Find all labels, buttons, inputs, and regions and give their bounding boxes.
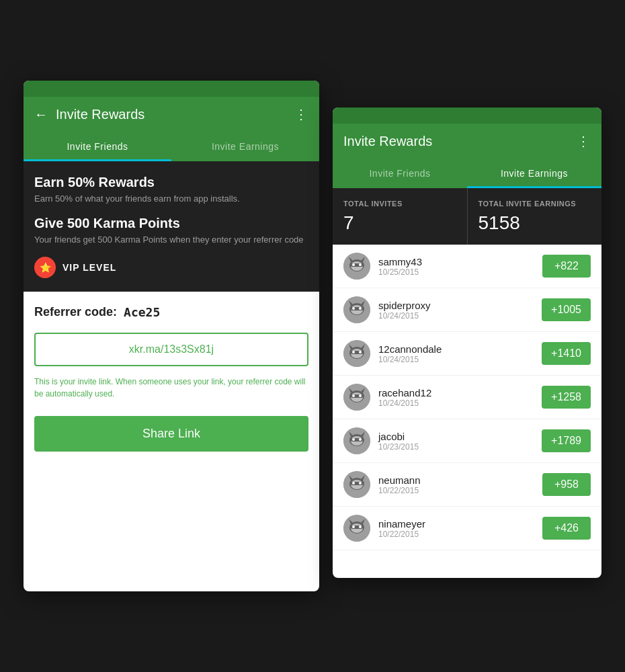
avatar (343, 340, 370, 367)
svg-point-14 (352, 307, 355, 310)
status-bar (24, 81, 319, 97)
app-container: ← Invite Rewards ⋮ Invite Friends Invite… (3, 40, 622, 632)
referrer-code-value: Ace25 (124, 305, 160, 319)
invite-info: spiderproxy 10/24/2015 (378, 300, 534, 321)
invite-info: ninameyer 10/22/2015 (378, 518, 534, 539)
left-header: ← Invite Rewards ⋮ (24, 97, 319, 132)
right-tabs: Invite Friends Invite Earnings (333, 159, 601, 188)
total-invites-label: TOTAL INVITES (343, 199, 456, 208)
invite-link-text: xkr.ma/13s3Sx81j (129, 343, 214, 355)
invite-list: sammy43 10/25/2015 +822 (333, 245, 601, 550)
invite-points-badge: +1005 (542, 298, 591, 321)
invite-date: 10/23/2015 (378, 442, 534, 452)
total-earnings-box: TOTAL INVITE EARNINGS 5158 (468, 188, 602, 245)
total-earnings-value: 5158 (478, 212, 591, 234)
invite-username: neumann (378, 474, 534, 486)
svg-point-39 (359, 438, 362, 441)
left-phone: ← Invite Rewards ⋮ Invite Friends Invite… (24, 81, 319, 591)
avatar (343, 253, 370, 280)
svg-point-54 (352, 526, 355, 528)
total-invites-value: 7 (343, 212, 456, 234)
invite-username: spiderproxy (378, 300, 534, 311)
svg-point-31 (359, 394, 362, 397)
svg-point-38 (352, 438, 355, 441)
vip-badge-icon: ⭐ (34, 257, 56, 278)
karma-description: Your friends get 500 Karma Points when t… (34, 234, 308, 246)
left-header-title: Invite Rewards (56, 107, 144, 122)
invite-username: jacobi (378, 431, 534, 442)
svg-point-30 (352, 394, 355, 397)
avatar (343, 384, 370, 411)
invite-info: neumann 10/22/2015 (378, 474, 534, 495)
vip-row: ⭐ VIP LEVEL (34, 257, 308, 278)
earn-title: Earn 50% Rewards (34, 175, 308, 190)
referrer-label: Referrer code: (34, 305, 117, 319)
invite-info: 12cannondale 10/24/2015 (378, 343, 534, 364)
invite-hint-text: This is your invite link. When someone u… (34, 376, 308, 400)
svg-point-23 (359, 351, 362, 353)
invite-points-badge: +958 (542, 473, 591, 496)
invite-list-item: 12cannondale 10/24/2015 +1410 (333, 332, 601, 376)
svg-point-55 (359, 526, 362, 528)
invite-username: 12cannondale (378, 343, 534, 355)
referrer-row: Referrer code: Ace25 (34, 305, 308, 319)
total-invites-box: TOTAL INVITES 7 (333, 188, 468, 245)
tab-invite-friends-left[interactable]: Invite Friends (24, 132, 171, 161)
left-tabs: Invite Friends Invite Earnings (24, 132, 319, 161)
invite-username: racehand12 (378, 387, 534, 398)
invite-date: 10/25/2015 (378, 267, 534, 277)
tab-invite-friends-right[interactable]: Invite Friends (333, 159, 467, 188)
avatar (343, 427, 370, 454)
invite-list-item: racehand12 10/24/2015 +1258 (333, 376, 601, 419)
invite-points-badge: +1258 (542, 386, 591, 409)
more-options-icon[interactable]: ⋮ (294, 106, 308, 122)
svg-point-47 (359, 482, 362, 485)
invite-points-badge: +1410 (542, 342, 591, 365)
right-header-title: Invite Rewards (343, 134, 432, 149)
svg-point-46 (352, 482, 355, 485)
invite-points-badge: +822 (542, 255, 591, 278)
svg-point-22 (352, 351, 355, 353)
invite-points-badge: +1789 (542, 429, 591, 452)
back-icon[interactable]: ← (34, 107, 48, 122)
invite-date: 10/24/2015 (378, 398, 534, 408)
earn-description: Earn 50% of what your friends earn from … (34, 193, 308, 205)
invite-list-item: jacobi 10/23/2015 +1789 (333, 419, 601, 463)
invite-info: sammy43 10/25/2015 (378, 256, 534, 277)
invite-date: 10/22/2015 (378, 486, 534, 495)
tab-invite-earnings-left[interactable]: Invite Earnings (171, 132, 319, 161)
right-phone: Invite Rewards ⋮ Invite Friends Invite E… (333, 108, 601, 578)
invite-list-item: ninameyer 10/22/2015 +426 (333, 507, 601, 550)
invite-info: racehand12 10/24/2015 (378, 387, 534, 408)
invite-date: 10/24/2015 (378, 311, 534, 321)
avatar (343, 471, 370, 498)
stats-row: TOTAL INVITES 7 TOTAL INVITE EARNINGS 51… (333, 188, 601, 245)
dark-content: Earn 50% Rewards Earn 50% of what your f… (24, 161, 319, 292)
svg-point-6 (352, 263, 355, 266)
invite-info: jacobi 10/23/2015 (378, 431, 534, 452)
white-content: Referrer code: Ace25 xkr.ma/13s3Sx81j Th… (24, 292, 319, 465)
invite-date: 10/22/2015 (378, 530, 534, 539)
avatar (343, 296, 370, 323)
invite-username: ninameyer (378, 518, 534, 530)
invite-points-badge: +426 (542, 517, 591, 540)
invite-username: sammy43 (378, 256, 534, 267)
avatar (343, 515, 370, 542)
more-options-icon-right[interactable]: ⋮ (577, 133, 591, 149)
invite-list-item: spiderproxy 10/24/2015 +1005 (333, 288, 601, 332)
karma-title: Give 500 Karma Points (34, 216, 308, 231)
status-bar-right (333, 108, 601, 124)
invite-link-box[interactable]: xkr.ma/13s3Sx81j (34, 333, 308, 366)
svg-point-7 (359, 263, 362, 266)
total-earnings-label: TOTAL INVITE EARNINGS (478, 199, 591, 208)
invite-list-item: sammy43 10/25/2015 +822 (333, 245, 601, 288)
header-left: ← Invite Rewards (34, 107, 144, 122)
right-header: Invite Rewards ⋮ (333, 124, 601, 159)
svg-point-15 (359, 307, 362, 310)
invite-list-item: neumann 10/22/2015 +958 (333, 463, 601, 507)
invite-date: 10/24/2015 (378, 355, 534, 364)
share-link-button[interactable]: Share Link (34, 416, 308, 452)
tab-invite-earnings-right[interactable]: Invite Earnings (467, 159, 601, 188)
vip-label: VIP LEVEL (62, 262, 116, 273)
